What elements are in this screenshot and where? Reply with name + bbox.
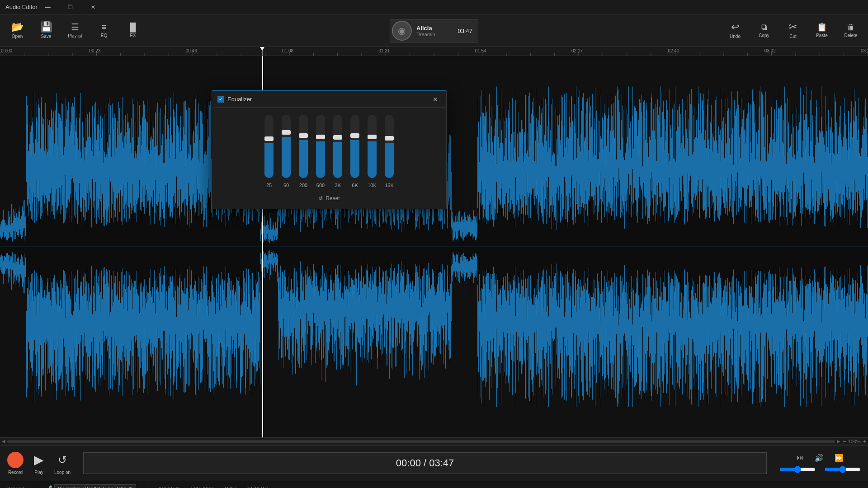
copy-icon: ⧉ [761, 23, 767, 31]
eq-slider-fill-200 [299, 140, 308, 178]
album-art: ◉ [392, 21, 412, 41]
tempo-slider[interactable] [779, 466, 816, 473]
timeline-ruler [0, 47, 868, 56]
eq-slider-handle-6K[interactable] [350, 133, 359, 138]
eq-slider-track-10K[interactable] [368, 115, 377, 178]
eq-band-label-2K: 2K [335, 183, 340, 188]
eq-slider-track-16K[interactable] [385, 115, 394, 178]
eq-band-label-6K: 6K [352, 183, 358, 188]
eq-slider-fill-6K [350, 140, 359, 178]
undo-button[interactable]: ↩ Undo [722, 17, 749, 44]
play-button[interactable]: ▶ Play [31, 452, 47, 475]
eq-slider-handle-60[interactable] [282, 130, 291, 135]
pitch-slider[interactable] [825, 466, 861, 473]
mic-icon: 🎤 [46, 485, 52, 488]
eq-slider-fill-25 [264, 143, 274, 178]
eq-band-10K: 10K [368, 115, 377, 188]
eq-slider-track-600[interactable] [316, 115, 325, 178]
paste-button[interactable]: 📋 Paste [808, 17, 835, 44]
eq-slider-handle-10K[interactable] [368, 135, 377, 139]
extra-transport-row: ⏭ 🔊 ⏩ [797, 454, 844, 462]
playback-status: Stopped [5, 486, 24, 488]
cut-icon: ✂ [789, 22, 797, 32]
record-icon [7, 452, 24, 468]
eq-band-label-16K: 16K [385, 183, 394, 188]
eq-slider-track-60[interactable] [282, 115, 291, 178]
save-icon: 💾 [40, 22, 52, 32]
transport-bar: Record ▶ Play ↺ Loop on 00:00 / 03:47 ⏭ … [0, 445, 868, 481]
zoom-plus-button[interactable]: + [863, 438, 866, 445]
sample-rate: 44100 Hz [158, 486, 179, 488]
skip-to-end-icon: ⏭ [797, 454, 804, 462]
eq-slider-handle-25[interactable] [264, 136, 274, 141]
skip-to-end-button[interactable]: ⏭ [797, 454, 804, 462]
eq-slider-track-2K[interactable] [333, 115, 342, 178]
record-button[interactable]: Record [7, 452, 24, 475]
mic-area: 🎤 Микрофон (Realtek High Defin ▼ [46, 484, 136, 488]
playlist-button[interactable]: ☰ Playlist [61, 17, 89, 44]
eq-icon: ≡ [102, 23, 107, 31]
eq-band-2K: 2K [333, 115, 342, 188]
title-bar: Audio Editor — ❐ ✕ [0, 0, 868, 14]
eq-sliders: 25602006002K6K10K16K [264, 115, 394, 188]
loop-button[interactable]: ↺ Loop on [54, 452, 71, 475]
zoom-controls: − 100% + [842, 438, 866, 445]
eq-band-600: 600 [316, 115, 325, 188]
eq-button[interactable]: ≡ EQ [90, 17, 118, 44]
eq-slider-handle-200[interactable] [299, 133, 308, 138]
eq-slider-handle-600[interactable] [316, 135, 325, 139]
eq-slider-handle-2K[interactable] [333, 135, 342, 140]
filesize: 38,34 MB [246, 486, 268, 488]
dialog-close-button[interactable]: ✕ [430, 94, 441, 105]
track-duration: 03:47 [458, 28, 473, 34]
maximize-button[interactable]: ❐ [60, 0, 81, 14]
equalizer-dialog: ✓ Equalizer ✕ 25602006002K6K10K16K ↺ Res… [212, 90, 447, 209]
eq-slider-track-6K[interactable] [350, 115, 359, 178]
fx-button[interactable]: ▐▌ FX [119, 17, 146, 44]
delete-button[interactable]: 🗑 Delete [837, 17, 864, 44]
paste-icon: 📋 [817, 23, 827, 31]
app-title: Audio Editor [5, 4, 38, 10]
copy-button[interactable]: ⧉ Copy [750, 17, 778, 44]
reset-icon: ↺ [318, 195, 323, 202]
dialog-header: ✓ Equalizer ✕ [212, 91, 446, 108]
eq-slider-fill-10K [368, 141, 377, 178]
window-controls: — ❐ ✕ [38, 0, 104, 14]
minimize-button[interactable]: — [38, 0, 58, 14]
eq-band-200: 200 [299, 115, 308, 188]
track-info: Alicia Dreamin [416, 25, 435, 37]
mic-dropdown-arrow: ▼ [128, 486, 133, 488]
status-bar: Stopped 🎤 Микрофон (Realtek High Defin ▼… [0, 481, 868, 488]
eq-slider-track-200[interactable] [299, 115, 308, 178]
eq-band-60: 60 [282, 115, 291, 188]
skip-forward-button[interactable]: ⏩ [835, 454, 844, 462]
now-playing-widget: ◉ Alicia Dreamin 03:47 [390, 19, 478, 42]
undo-icon: ↩ [731, 22, 739, 32]
eq-slider-handle-16K[interactable] [385, 136, 394, 141]
open-button[interactable]: 📂 Open [4, 17, 31, 44]
eq-slider-track-25[interactable] [264, 115, 274, 178]
eq-slider-fill-16K [385, 143, 394, 178]
play-icon: ▶ [34, 452, 44, 467]
eq-body: 25602006002K6K10K16K ↺ Reset [212, 108, 446, 209]
zoom-minus-button[interactable]: − [842, 438, 846, 445]
right-transport: ⏭ 🔊 ⏩ [779, 454, 861, 473]
close-button[interactable]: ✕ [83, 0, 104, 14]
scroll-thumb[interactable] [7, 440, 835, 443]
eq-enable-checkbox[interactable]: ✓ [217, 96, 224, 103]
cut-button[interactable]: ✂ Cut [779, 17, 807, 44]
save-button[interactable]: 💾 Save [33, 17, 60, 44]
mic-dropdown[interactable]: Микрофон (Realtek High Defin ▼ [54, 484, 136, 488]
volume-button[interactable]: 🔊 [815, 454, 824, 462]
playlist-icon: ☰ [71, 23, 79, 32]
zoom-level: 100% [848, 439, 861, 444]
eq-reset-button[interactable]: ↺ Reset [318, 195, 340, 202]
delete-icon: 🗑 [847, 23, 855, 31]
eq-band-label-60: 60 [283, 183, 289, 188]
scroll-left-arrow[interactable]: ◀ [2, 439, 5, 444]
slider-row [779, 466, 861, 473]
scroll-right-arrow[interactable]: ▶ [837, 439, 840, 444]
skip-forward-icon: ⏩ [835, 454, 844, 462]
eq-band-16K: 16K [385, 115, 394, 188]
eq-band-label-600: 600 [316, 183, 325, 188]
